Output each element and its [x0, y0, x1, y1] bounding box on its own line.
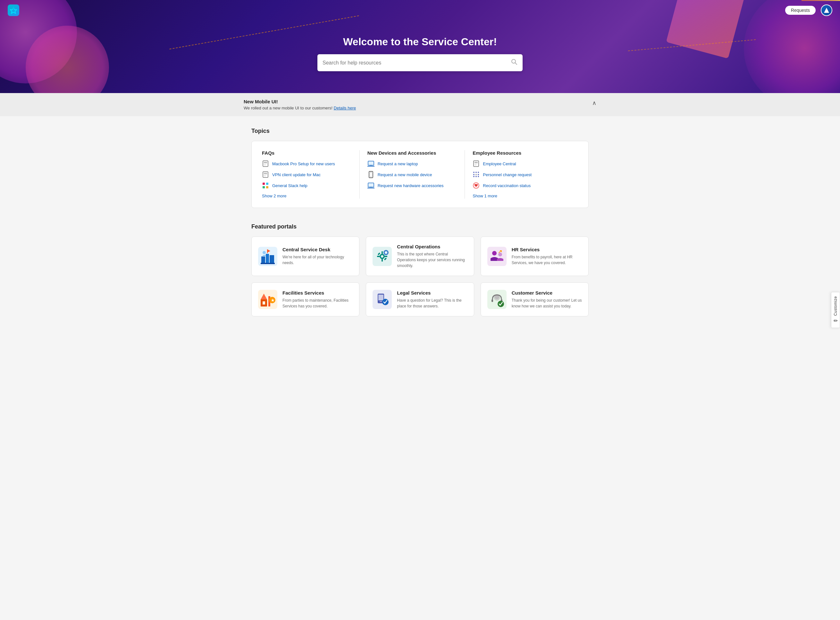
svg-marker-0: [824, 8, 829, 13]
customer-desc: Thank you for being our customer! Let us…: [512, 298, 582, 309]
portal-card-customer[interactable]: Customer Service Thank you for being our…: [481, 282, 589, 316]
svg-point-45: [492, 251, 496, 256]
announcement-banner: New Mobile UI! We rolled out a new mobil…: [0, 93, 840, 116]
service-desk-icon: [258, 247, 278, 266]
svg-rect-29: [261, 263, 275, 264]
facilities-text: Facilities Services From parties to main…: [282, 290, 352, 309]
legal-text: Legal Services Have a question for Legal…: [397, 290, 467, 309]
requests-button[interactable]: Requests: [785, 6, 816, 15]
svg-rect-39: [385, 256, 387, 257]
featured-portals-section: Featured portals: [251, 223, 589, 316]
portal-card-operations[interactable]: Central Operations This is the spot wher…: [366, 236, 474, 276]
employee-title: Employee Resources: [472, 150, 578, 156]
legal-icon: [372, 290, 392, 309]
svg-point-43: [385, 251, 387, 254]
svg-rect-49: [262, 301, 265, 304]
svg-rect-62: [492, 299, 493, 302]
doc-icon-emp: [472, 160, 480, 167]
user-avatar-button[interactable]: [821, 5, 832, 16]
svg-rect-37: [381, 259, 383, 262]
svg-rect-44: [488, 247, 507, 266]
svg-rect-11: [368, 161, 374, 165]
hero-banner: Requests Welcome to the Service Center!: [0, 0, 840, 93]
portal-card-legal[interactable]: Legal Services Have a question for Legal…: [366, 282, 474, 316]
facilities-title: Facilities Services: [282, 290, 352, 296]
topics-card: FAQs Macbook Pro Setup for new users: [251, 141, 589, 208]
search-bar: [317, 54, 523, 71]
laptop-icon-1: [368, 160, 375, 167]
announcement-collapse-button[interactable]: ∧: [592, 99, 596, 107]
topics-title: Topics: [251, 128, 589, 134]
device-item-3[interactable]: Request new hardware accessories: [368, 182, 457, 189]
announcement-title: New Mobile UI!: [244, 99, 356, 104]
customize-tab[interactable]: Customize ✏: [831, 292, 840, 328]
operations-title: Central Operations: [397, 244, 467, 249]
doc-icon-1: [262, 160, 269, 167]
portals-title: Featured portals: [251, 223, 589, 230]
device-item-2[interactable]: Request a new mobile device: [368, 171, 457, 178]
svg-rect-38: [377, 256, 380, 257]
device-text-2: Request a new mobile device: [378, 172, 432, 177]
employee-text-2: Personnel change request: [483, 172, 532, 177]
operations-desc: This is the spot where Central Operation…: [397, 251, 467, 269]
announcement-link[interactable]: Details here: [334, 105, 356, 110]
doc-icon-2: [262, 171, 269, 178]
svg-point-30: [262, 251, 266, 254]
employee-item-1[interactable]: Employee Central: [472, 160, 578, 167]
hr-icon: [488, 247, 507, 266]
service-desk-text: Central Service Desk We're here for all …: [282, 247, 352, 266]
device-item-1[interactable]: Request a new laptop: [368, 160, 457, 167]
top-nav: Requests: [0, 0, 840, 21]
search-input[interactable]: [322, 60, 511, 66]
svg-point-15: [370, 176, 371, 177]
faq-item-2[interactable]: VPN client update for Mac: [262, 171, 352, 178]
portals-grid: Central Service Desk We're here for all …: [251, 236, 589, 316]
pencil-icon: ✏: [834, 318, 838, 324]
svg-text:★: ★: [271, 298, 274, 302]
employee-text-1: Employee Central: [483, 161, 516, 166]
faqs-show-more[interactable]: Show 2 more: [262, 194, 286, 198]
service-desk-title: Central Service Desk: [282, 247, 352, 252]
topic-col-devices: New Devices and Accessories Request a ne…: [368, 150, 465, 199]
slack-icon: [262, 182, 269, 189]
mobile-icon: [368, 171, 375, 178]
hero-title: Welcome to the Service Center!: [343, 36, 497, 48]
svg-point-35: [381, 255, 384, 258]
devices-title: New Devices and Accessories: [368, 150, 457, 156]
employee-item-3[interactable]: Record vaccination status: [472, 182, 578, 189]
logo-icon: [8, 5, 19, 16]
announcement-text: New Mobile UI! We rolled out a new mobil…: [244, 99, 356, 110]
customer-title: Customer Service: [512, 290, 582, 296]
heart-icon: [472, 182, 480, 189]
employee-show-more[interactable]: Show 1 more: [472, 194, 497, 198]
grid-dots-icon: [472, 171, 480, 178]
employee-item-2[interactable]: Personnel change request: [472, 171, 578, 178]
portal-card-service-desk[interactable]: Central Service Desk We're here for all …: [251, 236, 359, 276]
device-text-1: Request a new laptop: [378, 161, 418, 166]
service-desk-desc: We're here for all of your technology ne…: [282, 254, 352, 266]
svg-point-46: [498, 253, 502, 256]
hr-title: HR Services: [512, 247, 582, 252]
faq-item-1[interactable]: Macbook Pro Setup for new users: [262, 160, 352, 167]
faq-text-3: General Slack help: [272, 183, 308, 188]
legal-title: Legal Services: [397, 290, 467, 296]
customize-label: Customize: [833, 296, 838, 316]
topic-col-faqs: FAQs Macbook Pro Setup for new users: [262, 150, 360, 199]
employee-text-3: Record vaccination status: [483, 183, 531, 188]
hr-desc: From benefits to payroll, here at HR Ser…: [512, 254, 582, 266]
faq-text-1: Macbook Pro Setup for new users: [272, 161, 335, 166]
nav-right: Requests: [785, 5, 832, 16]
portal-card-hr[interactable]: HR Services From benefits to payroll, he…: [481, 236, 589, 276]
announcement-inner: New Mobile UI! We rolled out a new mobil…: [244, 99, 596, 110]
topics-grid: FAQs Macbook Pro Setup for new users: [262, 150, 578, 199]
hr-text: HR Services From benefits to payroll, he…: [512, 247, 582, 266]
faq-item-3[interactable]: General Slack help: [262, 182, 352, 189]
portal-card-facilities[interactable]: ★ Facilities Services From parties to ma…: [251, 282, 359, 316]
facilities-icon: ★: [258, 290, 278, 309]
svg-line-2: [515, 63, 517, 65]
svg-rect-57: [380, 301, 382, 302]
device-text-3: Request new hardware accessories: [378, 183, 444, 188]
main-content: Topics FAQs: [244, 116, 596, 328]
faq-text-2: VPN client update for Mac: [272, 172, 321, 177]
announcement-body: We rolled out a new mobile UI to our cus…: [244, 105, 356, 110]
